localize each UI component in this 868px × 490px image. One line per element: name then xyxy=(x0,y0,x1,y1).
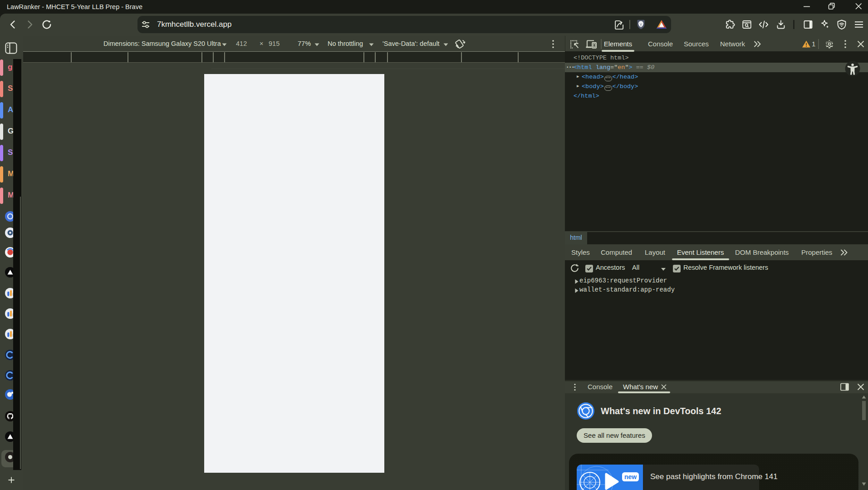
svg-text:new: new xyxy=(624,473,637,480)
